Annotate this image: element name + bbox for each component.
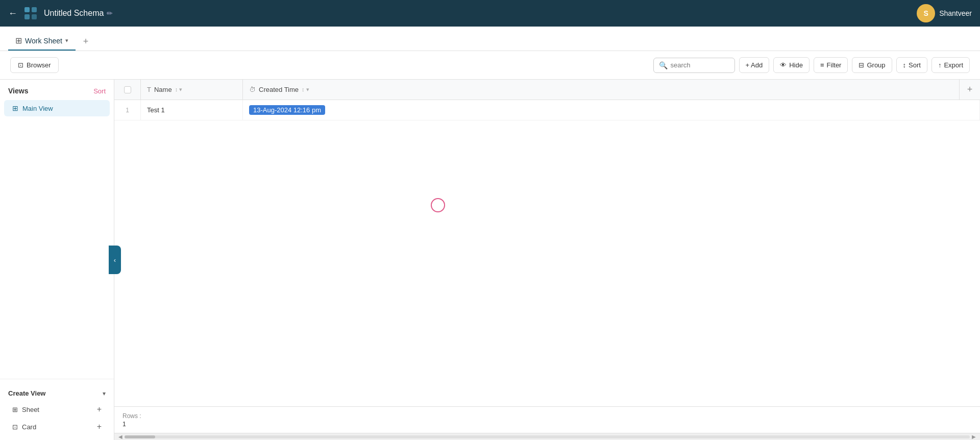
group-button[interactable]: ⊟ Group — [852, 57, 892, 73]
logo-icon — [22, 5, 39, 21]
browser-label: Browser — [27, 61, 51, 69]
svg-rect-3 — [32, 14, 37, 19]
main-view-item[interactable]: ⊞ Main View — [4, 100, 110, 116]
hide-icon: 👁 — [780, 61, 787, 69]
sort-button[interactable]: ↕ Sort — [896, 57, 927, 73]
sort-label: Sort — [909, 61, 921, 69]
scrollbar-track[interactable] — [125, 435, 970, 438]
user-info: S Shantveer — [917, 4, 972, 22]
name-cell[interactable]: Test 1 — [141, 100, 243, 120]
svg-rect-2 — [24, 14, 30, 19]
sheet-label: Sheet — [22, 406, 39, 413]
add-button[interactable]: + Add — [739, 57, 770, 73]
created-time-value: 13-Aug-2024 12:16 pm — [249, 105, 325, 115]
group-icon: ⊟ — [859, 61, 864, 69]
sheet-icon: ⊞ — [12, 406, 18, 413]
toolbar: ⊡ Browser 🔍 + Add 👁 Hide ≡ Filter ⊟ Grou… — [0, 51, 980, 80]
export-icon: ↑ — [938, 61, 942, 69]
header-checkbox[interactable] — [124, 86, 131, 93]
nav-left: ← Untitled Schema ✏ — [8, 5, 113, 21]
sheet-add-icon[interactable]: + — [97, 405, 102, 414]
search-icon: 🔍 — [659, 61, 668, 69]
create-view-section: Create View ▾ ⊞ Sheet + ⊡ Card + — [0, 385, 114, 440]
user-name: Shantveer — [939, 9, 972, 17]
horizontal-scrollbar[interactable]: ◀ ▶ — [114, 433, 980, 440]
card-view-item[interactable]: ⊡ Card + — [8, 419, 106, 435]
sidebar-sort-button[interactable]: Sort — [93, 87, 106, 95]
export-button[interactable]: ↑ Export — [932, 57, 970, 73]
card-add-icon[interactable]: + — [97, 422, 102, 431]
card-icon: ⊡ — [12, 423, 18, 431]
created-time-cell[interactable]: 13-Aug-2024 12:16 pm — [243, 100, 980, 120]
worksheet-tab-icon: ⊞ — [15, 36, 22, 45]
views-header: Views Sort — [0, 80, 114, 100]
toolbar-left: ⊡ Browser — [10, 57, 648, 73]
worksheet-tab-label: Work Sheet — [25, 37, 62, 45]
rows-label: Rows : — [122, 412, 141, 420]
table-row: 1 Test 1 13-Aug-2024 12:16 pm — [114, 100, 980, 120]
worksheet-tab[interactable]: ⊞ Work Sheet ▾ — [8, 32, 76, 51]
user-avatar: S — [917, 4, 935, 22]
grid-footer: Rows : 1 — [114, 406, 980, 433]
grid-body: 1 Test 1 13-Aug-2024 12:16 pm — [114, 100, 980, 406]
sheet-view-item[interactable]: ⊞ Sheet + — [8, 401, 106, 418]
sidebar: Views Sort ⊞ Main View Create View ▾ ⊞ S… — [0, 80, 114, 440]
group-label: Group — [867, 61, 885, 69]
svg-rect-1 — [32, 7, 37, 12]
row-number: 1 — [114, 100, 141, 120]
edit-schema-icon[interactable]: ✏ — [107, 9, 113, 17]
sidebar-divider — [0, 379, 114, 379]
card-label: Card — [22, 423, 36, 431]
browser-button[interactable]: ⊡ Browser — [10, 57, 59, 73]
filter-label: Filter — [827, 61, 842, 69]
schema-title: Untitled Schema ✏ — [44, 9, 113, 18]
name-column-header[interactable]: T Name ↕ ▾ — [141, 80, 243, 100]
main-view-icon: ⊞ — [12, 104, 18, 112]
search-input[interactable] — [671, 61, 729, 69]
add-label: + Add — [746, 61, 763, 69]
hide-label: Hide — [789, 61, 803, 69]
back-icon: ← — [8, 8, 17, 19]
toolbar-right: 🔍 + Add 👁 Hide ≡ Filter ⊟ Group ↕ Sort ↑… — [653, 57, 970, 73]
name-col-label: Name — [154, 86, 172, 93]
create-view-chevron-icon: ▾ — [103, 390, 106, 397]
main-view-label: Main View — [22, 105, 53, 112]
views-title: Views — [8, 87, 28, 95]
sidebar-collapse-handle[interactable]: ‹ — [109, 246, 121, 274]
name-col-type-icon: T — [147, 86, 151, 93]
created-col-type-icon: ⏱ — [249, 86, 256, 93]
header-checkbox-cell — [114, 80, 141, 100]
add-column-button[interactable]: + — [960, 80, 980, 100]
created-time-column-header[interactable]: ⏱ Created Time ↕ ▾ — [243, 80, 960, 100]
create-view-header[interactable]: Create View ▾ — [8, 389, 106, 397]
filter-button[interactable]: ≡ Filter — [814, 57, 848, 73]
export-label: Export — [944, 61, 963, 69]
browser-icon: ⊡ — [18, 61, 23, 69]
top-nav: ← Untitled Schema ✏ S Shantveer — [0, 0, 980, 27]
main-content: Views Sort ⊞ Main View Create View ▾ ⊞ S… — [0, 80, 980, 440]
sort-icon: ↕ — [903, 61, 906, 69]
scroll-right-arrow[interactable]: ▶ — [970, 434, 978, 439]
name-col-sort-icons[interactable]: ↕ ▾ — [175, 86, 183, 93]
rows-count-info: Rows : 1 — [122, 412, 141, 428]
data-area: T Name ↕ ▾ ⏱ Created Time ↕ ▾ + 1 Test 1 — [114, 80, 980, 440]
grid-header: T Name ↕ ▾ ⏱ Created Time ↕ ▾ + — [114, 80, 980, 100]
scrollbar-thumb[interactable] — [125, 435, 155, 438]
scroll-left-arrow[interactable]: ◀ — [116, 434, 125, 439]
worksheet-tab-chevron[interactable]: ▾ — [65, 37, 68, 44]
search-box[interactable]: 🔍 — [653, 58, 735, 73]
svg-rect-0 — [24, 7, 30, 12]
tab-bar: ⊞ Work Sheet ▾ + — [0, 27, 980, 51]
hide-button[interactable]: 👁 Hide — [773, 57, 810, 73]
create-view-title: Create View — [8, 389, 45, 397]
filter-icon: ≡ — [820, 61, 824, 69]
add-tab-button[interactable]: + — [78, 33, 94, 50]
rows-count: 1 — [122, 421, 141, 428]
back-button[interactable]: ← — [8, 8, 17, 19]
created-col-sort-icons[interactable]: ↕ ▾ — [302, 86, 309, 93]
created-col-label: Created Time — [259, 86, 299, 93]
